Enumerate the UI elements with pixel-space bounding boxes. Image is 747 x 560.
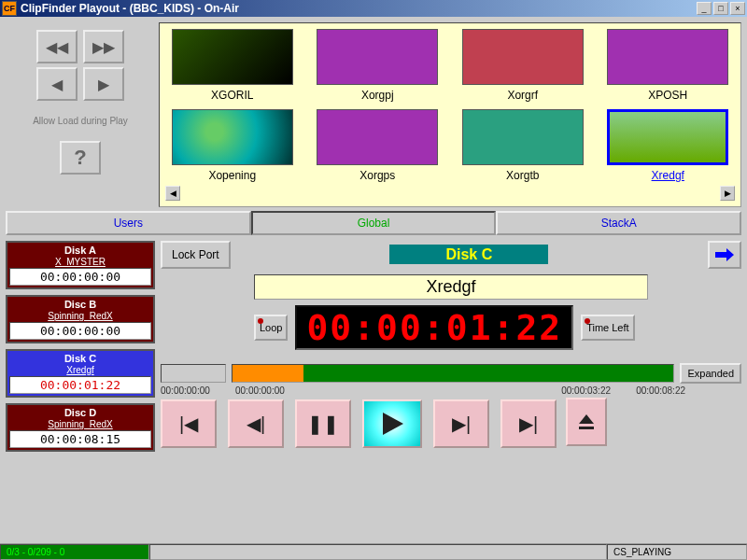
disk-clip: X_MYSTER [9,257,151,267]
clip-thumbnail [607,109,728,165]
status-state: CS_PLAYING [607,544,747,560]
disk-time: 00:00:08:15 [9,430,151,448]
nav-panel: ◀◀ ▶▶ ◀ ▶ Allow Load during Play ? [6,22,155,207]
loop-label: Loop [260,322,282,333]
disk-time: 00:00:01:22 [9,376,151,394]
clip-item[interactable]: Xorgrf [456,29,590,102]
step-fwd-button[interactable]: ▶| [433,399,489,448]
tabs: Users Global StackA [0,209,747,237]
disk-name: Disk A [9,245,151,256]
clip-label: Xorgps [359,169,395,182]
clip-item[interactable]: XGORIL [165,29,300,102]
tab-users[interactable]: Users [6,211,251,235]
clip-label: Xorgtb [506,169,539,182]
tab-global[interactable]: Global [251,211,497,235]
clip-item[interactable]: Xorgtb [456,109,590,182]
clip-thumbnail [607,29,728,85]
loop-led-icon [258,318,263,324]
goto-end-button[interactable]: ▶| [500,399,557,448]
transport-time-a: 00:00:03:22 [545,385,611,396]
forward-fast-button[interactable]: ▶▶ [83,30,124,63]
status-bar: 0/3 - 0/209 - 0 CS_PLAYING [0,543,747,560]
lock-port-button[interactable]: Lock Port [161,241,231,269]
next-disk-button[interactable] [708,241,741,269]
clip-thumbnail [172,109,293,165]
disk-slot[interactable]: Disk CXredgf00:00:01:22 [6,349,155,398]
clip-item[interactable]: Xopening [165,109,300,182]
loop-button[interactable]: Loop [254,315,288,341]
clip-label: XGORIL [211,89,253,102]
center-panel: Lock Port Disk C Xredgf Loop 00:00:01:22… [161,241,741,452]
transport-time-cur: 00:00:00:00 [235,385,301,396]
clip-item[interactable]: Xorgps [311,109,445,182]
current-clip-name: Xredgf [254,274,648,300]
clip-thumbnail [317,29,438,85]
rewind-fast-button[interactable]: ◀◀ [36,30,78,63]
clip-label: Xorgpj [361,89,394,102]
help-button[interactable]: ? [60,141,101,175]
clip-thumbnail [317,109,438,165]
status-spacer [149,544,607,560]
disk-banner: Disk C [389,245,548,264]
tab-stacka[interactable]: StackA [496,211,741,235]
transport-time-b: 00:00:08:22 [620,385,685,396]
title-bar: CF ClipFinder Playout - (BBC_KIDS) - On-… [0,0,747,17]
goto-start-button[interactable]: |◀ [161,399,217,448]
clip-thumbnail [462,29,584,85]
clip-thumbnail [462,109,584,165]
status-counts: 0/3 - 0/209 - 0 [0,544,149,560]
clip-label: Xredgf [652,169,684,182]
next-button[interactable]: ▶ [83,67,124,101]
disk-name: Disc D [9,407,151,418]
window-title: ClipFinder Playout - (BBC_KIDS) - On-Air [21,2,695,15]
scroll-left-button[interactable]: ◀ [165,186,180,201]
minimize-button[interactable]: _ [697,2,712,15]
disk-clip: Spinning_RedX [9,311,151,321]
clip-thumbnail [172,29,293,85]
time-left-button[interactable]: Time Left [581,315,634,341]
eject-button[interactable] [566,398,607,446]
allow-load-label: Allow Load during Play [33,116,128,126]
disk-slot[interactable]: Disc BSpinning_RedX00:00:00:00 [6,295,155,343]
disk-name: Disc B [9,299,151,310]
expanded-button[interactable]: Expanded [680,363,741,384]
clip-item[interactable]: XPOSH [601,29,736,102]
timeleft-label: Time Left [586,322,628,333]
disk-slot[interactable]: Disk AX_MYSTER00:00:00:00 [6,241,155,289]
pause-button[interactable]: ❚❚ [295,399,351,448]
disk-slot[interactable]: Disc DSpinning_RedX00:00:08:15 [6,403,155,452]
play-button[interactable] [362,399,422,448]
progress-pre-segment[interactable] [161,364,226,383]
step-back-button[interactable]: ◀| [228,399,284,448]
clip-label: XPOSH [648,89,687,102]
disk-time: 00:00:00:00 [9,268,151,286]
app-icon: CF [2,1,17,16]
transport-time-in: 00:00:00:00 [161,385,226,396]
prev-button[interactable]: ◀ [36,67,78,101]
disk-list: Disk AX_MYSTER00:00:00:00Disc BSpinning_… [6,241,155,452]
disk-time: 00:00:00:00 [9,322,151,340]
clip-label: Xopening [208,169,256,182]
clip-item[interactable]: Xredgf [601,109,736,182]
clip-item[interactable]: Xorgpj [311,29,445,102]
timecode-display: 00:00:01:22 [295,305,573,350]
disk-clip: Spinning_RedX [9,419,151,429]
disk-name: Disk C [9,353,151,364]
scroll-right-button[interactable]: ▶ [720,186,735,201]
clip-browser: XGORILXorgpjXorgrfXPOSHXopeningXorgpsXor… [159,22,741,207]
close-button[interactable]: × [730,2,745,15]
progress-bar[interactable] [232,364,674,383]
clip-label: Xorgrf [507,89,538,102]
maximize-button[interactable]: □ [713,2,728,15]
disk-clip: Xredgf [9,365,151,375]
